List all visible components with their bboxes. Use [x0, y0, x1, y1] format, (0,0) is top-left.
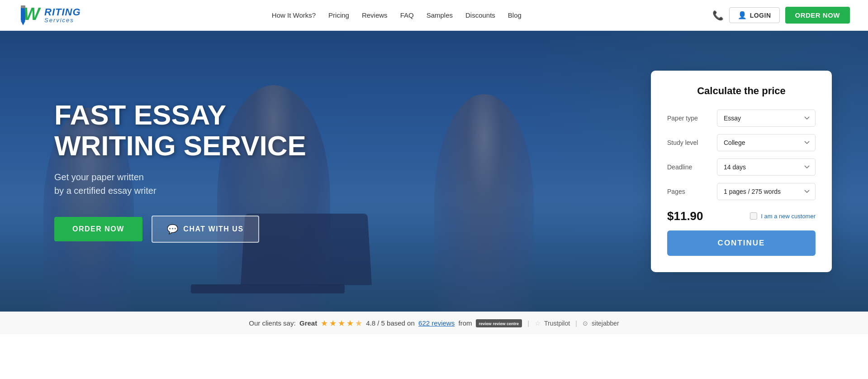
deadline-row: Deadline 3 hours 6 hours 12 hours 24 hou… [667, 158, 816, 176]
order-now-hero-button[interactable]: ORDER NOW [54, 217, 142, 241]
logo[interactable]: W RITING Services [18, 4, 81, 27]
star-3: ★ [338, 318, 345, 328]
footer-rating-bar: Our clients say: Great ★ ★ ★ ★ ★ 4.8 / 5… [0, 312, 868, 334]
study-level-row: Study level High School College Undergra… [667, 134, 816, 151]
logo-riting: RITING [44, 7, 81, 17]
sitejabber-label: sitejabber [592, 320, 619, 327]
user-icon: 👤 [738, 11, 747, 19]
rating-text: 4.8 / 5 based on 622 reviews from [366, 319, 472, 327]
star-4: ★ [346, 318, 354, 328]
nav-reviews[interactable]: Reviews [362, 11, 388, 19]
price-display: $11.90 [667, 209, 703, 223]
nav-how-it-works[interactable]: How It Works? [272, 11, 316, 19]
hero-buttons: ORDER NOW 💬 CHAT WITH US [54, 216, 306, 243]
study-level-label: Study level [667, 139, 717, 146]
hero-section: FAST ESSAY WRITING SERVICE Get your pape… [0, 31, 868, 312]
separator-1: | [527, 319, 529, 327]
reviewcentre-badge: review review centre [476, 319, 522, 327]
header: W RITING Services How It Works? Pricing … [0, 0, 868, 31]
paper-type-row: Paper type Essay Research Paper Term Pap… [667, 110, 816, 127]
continue-button[interactable]: CONTINUE [667, 230, 816, 256]
chat-icon: 💬 [167, 224, 179, 235]
order-now-header-button[interactable]: ORDER NOW [785, 7, 850, 24]
nav-samples[interactable]: Samples [427, 11, 453, 19]
separator-2: | [575, 319, 577, 327]
pages-select[interactable]: 1 pages / 275 words 2 pages / 550 words … [717, 183, 816, 200]
star-1: ★ [321, 318, 328, 328]
nav-blog[interactable]: Blog [508, 11, 522, 19]
logo-services: Services [44, 17, 81, 23]
paper-type-label: Paper type [667, 115, 717, 122]
hero-title: FAST ESSAY WRITING SERVICE [54, 100, 306, 161]
new-customer-area: I am a new customer [750, 212, 816, 220]
price-row: $11.90 I am a new customer [667, 209, 816, 223]
clients-say-text: Our clients say: Great [249, 319, 317, 327]
price-calculator-card: Calculate the price Paper type Essay Res… [651, 71, 832, 272]
trustpilot-label: Trustpilot [544, 320, 570, 327]
login-button[interactable]: 👤 LOGIN [729, 7, 779, 23]
star-2: ★ [329, 318, 337, 328]
paper-type-select[interactable]: Essay Research Paper Term Paper Disserta… [717, 110, 816, 127]
study-level-select[interactable]: High School College Undergraduate Master… [717, 134, 816, 151]
nav-pricing[interactable]: Pricing [328, 11, 349, 19]
trustpilot-star: ☆ [535, 319, 541, 327]
chat-with-us-button[interactable]: 💬 CHAT WITH US [152, 216, 259, 243]
deadline-label: Deadline [667, 163, 717, 171]
hero-text-area: FAST ESSAY WRITING SERVICE Get your pape… [54, 100, 306, 243]
new-customer-checkbox[interactable] [750, 212, 757, 220]
logo-w: W [24, 5, 40, 23]
main-nav: How It Works? Pricing Reviews FAQ Sample… [272, 11, 522, 19]
calculator-title: Calculate the price [667, 85, 816, 97]
hero-subtitle: Get your paper written by a certified es… [54, 170, 306, 197]
header-right: 📞 👤 LOGIN ORDER NOW [712, 7, 850, 24]
nav-discounts[interactable]: Discounts [465, 11, 495, 19]
new-customer-label: I am a new customer [761, 213, 816, 220]
pages-row: Pages 1 pages / 275 words 2 pages / 550 … [667, 183, 816, 200]
hero-content: FAST ESSAY WRITING SERVICE Get your pape… [0, 71, 868, 272]
star-half: ★ [355, 318, 362, 328]
sitejabber-icon: ⊙ [583, 320, 588, 327]
nav-faq[interactable]: FAQ [400, 11, 414, 19]
deadline-select[interactable]: 3 hours 6 hours 12 hours 24 hours 2 days… [717, 158, 816, 176]
reviews-link[interactable]: 622 reviews [418, 319, 455, 327]
star-rating: ★ ★ ★ ★ ★ [321, 318, 362, 328]
pages-label: Pages [667, 188, 717, 195]
phone-icon[interactable]: 📞 [712, 10, 724, 21]
